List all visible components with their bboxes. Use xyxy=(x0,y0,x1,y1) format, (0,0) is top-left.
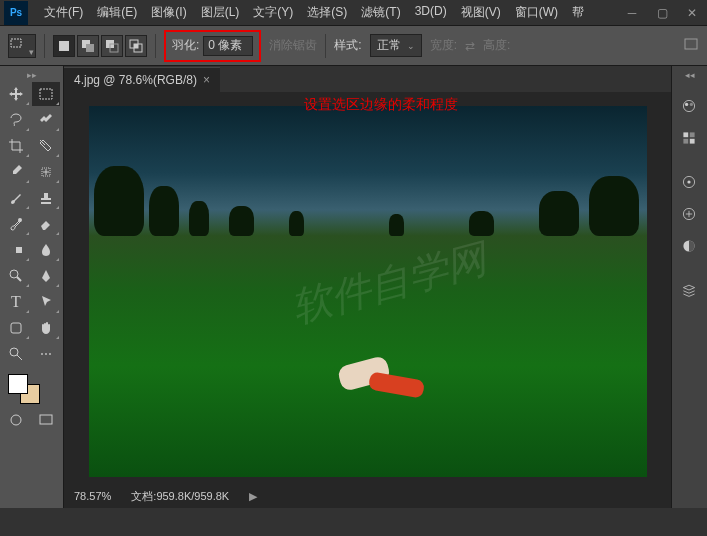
move-tool[interactable] xyxy=(2,82,30,106)
svg-point-28 xyxy=(687,180,690,183)
selection-intersect-icon[interactable] xyxy=(125,35,147,57)
feather-input[interactable] xyxy=(203,36,253,56)
annotation-text: 设置选区边缘的柔和程度 xyxy=(304,96,458,114)
marquee-tool[interactable] xyxy=(32,82,60,106)
swap-icon: ⇄ xyxy=(465,39,475,53)
zoom-tool[interactable] xyxy=(2,342,30,366)
menubar: 文件(F) 编辑(E) 图像(I) 图层(L) 文字(Y) 选择(S) 滤镜(T… xyxy=(38,0,590,25)
swatches-panel-icon[interactable] xyxy=(674,124,704,152)
svg-point-22 xyxy=(690,103,693,106)
svg-rect-10 xyxy=(40,89,52,99)
menu-3d[interactable]: 3D(D) xyxy=(409,0,453,25)
history-brush-tool[interactable] xyxy=(2,212,30,236)
quickmask-icon[interactable] xyxy=(2,410,30,430)
height-label: 高度: xyxy=(483,37,510,54)
eraser-tool[interactable] xyxy=(32,212,60,236)
panel-toggle-icon[interactable] xyxy=(683,36,699,55)
menu-type[interactable]: 文字(Y) xyxy=(247,0,299,25)
document-tab[interactable]: 4.jpg @ 78.6%(RGB/8) × xyxy=(64,67,220,92)
svg-point-15 xyxy=(10,270,18,278)
spot-heal-tool[interactable] xyxy=(32,160,60,184)
maximize-button[interactable]: ▢ xyxy=(647,0,677,26)
doc-info-label: 文档: xyxy=(131,490,156,502)
eyedropper-tool[interactable] xyxy=(2,160,30,184)
svg-point-21 xyxy=(685,103,688,106)
edit-toolbar[interactable]: ⋯ xyxy=(32,342,60,366)
foreground-color[interactable] xyxy=(8,374,28,394)
color-panel-icon[interactable] xyxy=(674,92,704,120)
svg-point-20 xyxy=(683,100,694,111)
doc-info-value: 959.8K/959.8K xyxy=(156,490,229,502)
antialias-label: 消除锯齿 xyxy=(269,37,317,54)
libraries-panel-icon[interactable] xyxy=(674,200,704,228)
svg-rect-16 xyxy=(11,323,21,333)
pen-tool[interactable] xyxy=(32,264,60,288)
dodge-tool[interactable] xyxy=(2,264,30,288)
tab-title: 4.jpg @ 78.6%(RGB/8) xyxy=(74,73,197,87)
crop-tool[interactable] xyxy=(2,134,30,158)
type-tool[interactable]: T xyxy=(2,290,30,314)
adjustments-panel-icon[interactable] xyxy=(674,232,704,260)
lasso-tool[interactable] xyxy=(2,108,30,132)
gradient-tool[interactable] xyxy=(2,238,30,262)
person-figure xyxy=(319,351,439,421)
screenmode-icon[interactable] xyxy=(32,410,60,430)
options-bar: ▾ 羽化: 消除锯齿 样式: 正常 ⌄ 宽度: ⇄ 高度: xyxy=(0,26,707,66)
layers-panel-icon[interactable] xyxy=(674,276,704,304)
menu-select[interactable]: 选择(S) xyxy=(301,0,353,25)
svg-rect-23 xyxy=(683,132,688,137)
status-bar: 78.57% 文档:959.8K/959.8K ▶ xyxy=(64,484,671,508)
stamp-tool[interactable] xyxy=(32,186,60,210)
shape-tool[interactable] xyxy=(2,316,30,340)
slice-tool[interactable] xyxy=(32,134,60,158)
hand-tool[interactable] xyxy=(32,316,60,340)
bottom-bar xyxy=(0,508,707,536)
brush-tool[interactable] xyxy=(2,186,30,210)
menu-edit[interactable]: 编辑(E) xyxy=(91,0,143,25)
style-dropdown[interactable]: 正常 ⌄ xyxy=(370,34,422,57)
svg-rect-9 xyxy=(685,39,697,49)
svg-point-18 xyxy=(11,415,21,425)
svg-rect-8 xyxy=(134,44,138,48)
info-arrow-icon[interactable]: ▶ xyxy=(249,490,257,503)
menu-file[interactable]: 文件(F) xyxy=(38,0,89,25)
svg-rect-24 xyxy=(690,132,695,137)
quick-select-tool[interactable] xyxy=(32,108,60,132)
color-swatches[interactable] xyxy=(2,372,61,406)
svg-rect-25 xyxy=(683,139,688,144)
photoshop-logo: Ps xyxy=(4,1,28,25)
panel-handle[interactable]: ◂◂ xyxy=(674,70,705,80)
current-tool-indicator[interactable]: ▾ xyxy=(8,34,36,58)
selection-subtract-icon[interactable] xyxy=(101,35,123,57)
canvas[interactable]: 软件自学网 xyxy=(64,92,671,484)
path-select-tool[interactable] xyxy=(32,290,60,314)
tab-close-icon[interactable]: × xyxy=(203,73,210,87)
menu-help[interactable]: 帮 xyxy=(566,0,590,25)
minimize-button[interactable]: ─ xyxy=(617,0,647,26)
width-label: 宽度: xyxy=(430,37,457,54)
svg-rect-26 xyxy=(690,139,695,144)
menu-image[interactable]: 图像(I) xyxy=(145,0,192,25)
style-value: 正常 xyxy=(377,37,401,54)
menu-layer[interactable]: 图层(L) xyxy=(195,0,246,25)
watermark: 软件自学网 xyxy=(285,231,492,336)
selection-new-icon[interactable] xyxy=(53,35,75,57)
close-button[interactable]: ✕ xyxy=(677,0,707,26)
svg-point-12 xyxy=(18,218,22,222)
feather-label: 羽化: xyxy=(172,37,199,54)
menu-filter[interactable]: 滤镜(T) xyxy=(355,0,406,25)
menu-view[interactable]: 视图(V) xyxy=(455,0,507,25)
svg-rect-0 xyxy=(11,39,21,47)
blur-tool[interactable] xyxy=(32,238,60,262)
toolbox-handle[interactable]: ▸▸ xyxy=(2,70,61,80)
chevron-down-icon: ⌄ xyxy=(407,41,415,51)
learn-panel-icon[interactable] xyxy=(674,168,704,196)
svg-rect-1 xyxy=(59,41,69,51)
right-panel-dock: ◂◂ xyxy=(671,66,707,508)
feather-highlight-box: 羽化: xyxy=(164,30,261,62)
zoom-level[interactable]: 78.57% xyxy=(74,490,111,502)
menu-window[interactable]: 窗口(W) xyxy=(509,0,564,25)
selection-add-icon[interactable] xyxy=(77,35,99,57)
svg-rect-19 xyxy=(40,415,52,424)
svg-rect-14 xyxy=(10,247,16,253)
